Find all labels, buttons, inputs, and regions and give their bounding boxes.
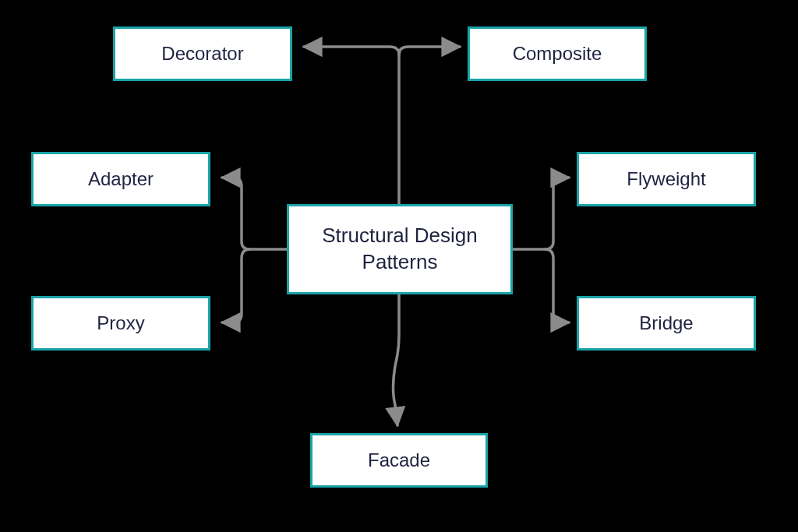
- node-decorator: Decorator: [113, 26, 292, 81]
- node-bridge: Bridge: [577, 296, 756, 351]
- node-adapter: Adapter: [31, 152, 210, 206]
- node-proxy: Proxy: [31, 296, 210, 351]
- node-flyweight: Flyweight: [577, 152, 756, 206]
- node-proxy-label: Proxy: [97, 311, 144, 335]
- node-composite-label: Composite: [513, 41, 602, 65]
- node-center: Structural DesignPatterns: [287, 204, 513, 294]
- node-facade: Facade: [310, 433, 488, 488]
- node-decorator-label: Decorator: [161, 41, 243, 65]
- node-center-label: Structural DesignPatterns: [322, 223, 477, 276]
- node-composite: Composite: [468, 26, 647, 81]
- node-facade-label: Facade: [368, 448, 430, 472]
- node-adapter-label: Adapter: [88, 167, 154, 191]
- diagram-canvas: Structural DesignPatterns Decorator Comp…: [0, 0, 798, 532]
- node-bridge-label: Bridge: [639, 311, 693, 335]
- node-flyweight-label: Flyweight: [627, 167, 705, 191]
